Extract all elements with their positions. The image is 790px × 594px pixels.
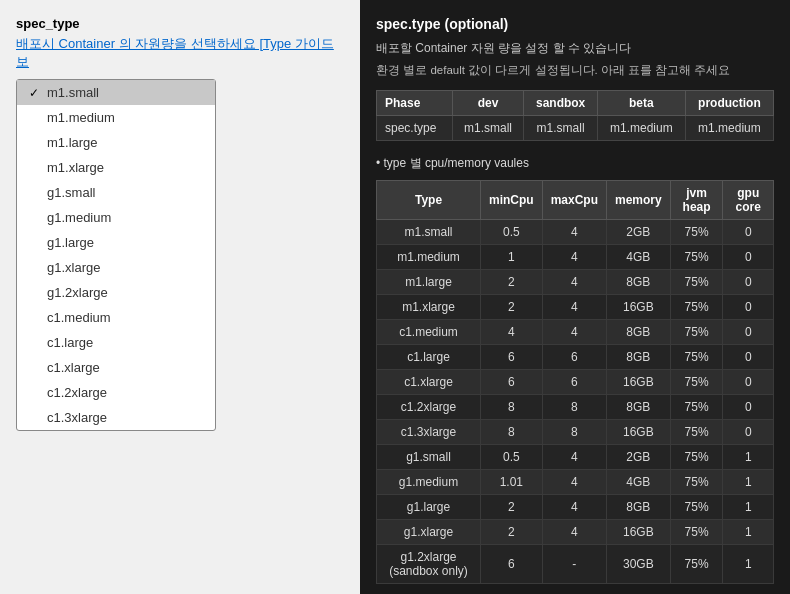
dropdown-container[interactable]: ✓m1.smallm1.mediumm1.largem1.xlargeg1.sm… [16,79,216,431]
table-cell: 6 [542,345,606,370]
phase-header: Phase [377,91,453,116]
table-cell: 0 [723,395,774,420]
table-cell: g1.large [377,495,481,520]
table-cell: m1.small [524,116,597,141]
table-cell: 4 [481,320,543,345]
table-cell: 8GB [607,395,671,420]
table-cell: 75% [670,395,723,420]
table-cell: 8GB [607,270,671,295]
table-cell: 75% [670,420,723,445]
table-cell: c1.large [377,345,481,370]
table-row: c1.xlarge6616GB75%0 [377,370,774,395]
dropdown-item[interactable]: g1.small [17,180,215,205]
table-row: g1.large248GB75%1 [377,495,774,520]
table-cell: 30GB [607,545,671,584]
table-cell: 0 [723,345,774,370]
dropdown-item[interactable]: g1.large [17,230,215,255]
table-cell: 75% [670,270,723,295]
table-cell: m1.small [377,220,481,245]
table-cell: 0 [723,245,774,270]
table-cell: 75% [670,545,723,584]
table-cell: 4 [542,470,606,495]
table-cell: 1 [723,470,774,495]
table-row: g1.small0.542GB75%1 [377,445,774,470]
table-cell: 75% [670,495,723,520]
dropdown-item[interactable]: c1.xlarge [17,355,215,380]
type-header: Type [377,181,481,220]
table-cell: 1 [723,445,774,470]
table-cell: 2GB [607,220,671,245]
table-cell: g1.xlarge [377,520,481,545]
table-row: g1.2xlarge (sandbox only)6-30GB75%1 [377,545,774,584]
dropdown-item[interactable]: c1.large [17,330,215,355]
dropdown-item[interactable]: g1.medium [17,205,215,230]
table-cell: 8 [542,420,606,445]
table-cell: c1.3xlarge [377,420,481,445]
table-cell: 16GB [607,420,671,445]
dropdown-item[interactable]: m1.xlarge [17,155,215,180]
table-cell: 0 [723,420,774,445]
panel-title: spec.type (optional) [376,16,774,32]
phase-header: production [685,91,773,116]
table-cell: 75% [670,470,723,495]
phase-table: Phasedevsandboxbetaproductionspec.typem1… [376,90,774,141]
table-cell: m1.xlarge [377,295,481,320]
table-cell: m1.medium [377,245,481,270]
table-cell: 2 [481,495,543,520]
table-cell: 2GB [607,445,671,470]
table-cell: m1.large [377,270,481,295]
phase-header: sandbox [524,91,597,116]
type-header: minCpu [481,181,543,220]
table-cell: 4 [542,270,606,295]
phase-header: dev [452,91,524,116]
table-cell: m1.medium [685,116,773,141]
table-cell: 16GB [607,370,671,395]
table-row: c1.3xlarge8816GB75%0 [377,420,774,445]
table-cell: 6 [481,345,543,370]
table-cell: 75% [670,370,723,395]
dropdown-item[interactable]: ✓m1.small [17,80,215,105]
table-cell: 2 [481,520,543,545]
table-row: spec.typem1.smallm1.smallm1.mediumm1.med… [377,116,774,141]
table-cell: 1 [723,545,774,584]
table-row: m1.large248GB75%0 [377,270,774,295]
table-cell: 75% [670,220,723,245]
table-cell: 8 [481,420,543,445]
left-panel: spec_type 배포시 Container 의 자원량을 선택하세요 [Ty… [0,0,360,447]
table-cell: 4 [542,220,606,245]
panel-note: 환경 별로 default 값이 다르게 설정됩니다. 아래 표를 참고해 주세… [376,63,774,78]
table-row: c1.2xlarge888GB75%0 [377,395,774,420]
table-cell: c1.medium [377,320,481,345]
type-header: memory [607,181,671,220]
table-cell: 75% [670,320,723,345]
panel-desc: 배포할 Container 자원 량을 설정 할 수 있습니다 [376,40,774,57]
table-cell: 6 [481,370,543,395]
dropdown-item[interactable]: c1.medium [17,305,215,330]
dropdown-item[interactable]: g1.2xlarge [17,280,215,305]
table-cell: 6 [481,545,543,584]
table-cell: 4GB [607,470,671,495]
table-cell: 75% [670,520,723,545]
dropdown-item[interactable]: g1.xlarge [17,255,215,280]
field-subtitle[interactable]: 배포시 Container 의 자원량을 선택하세요 [Type 가이드 보 [16,35,344,71]
dropdown-item[interactable]: m1.medium [17,105,215,130]
section-title: • type 별 cpu/memory vaules [376,155,774,172]
table-cell: 0 [723,270,774,295]
phase-header: beta [597,91,685,116]
table-cell: 4 [542,445,606,470]
dropdown-item[interactable]: c1.2xlarge [17,380,215,405]
table-row: g1.xlarge2416GB75%1 [377,520,774,545]
dropdown-item[interactable]: c1.3xlarge [17,405,215,430]
table-cell: 0 [723,370,774,395]
table-row: c1.medium448GB75%0 [377,320,774,345]
table-cell: 8GB [607,495,671,520]
table-cell: 4 [542,295,606,320]
table-cell: 4GB [607,245,671,270]
table-cell: g1.medium [377,470,481,495]
field-label: spec_type [16,16,344,31]
table-cell: 0.5 [481,445,543,470]
table-cell: 16GB [607,520,671,545]
table-cell: 75% [670,445,723,470]
dropdown-item[interactable]: m1.large [17,130,215,155]
table-cell: 75% [670,295,723,320]
